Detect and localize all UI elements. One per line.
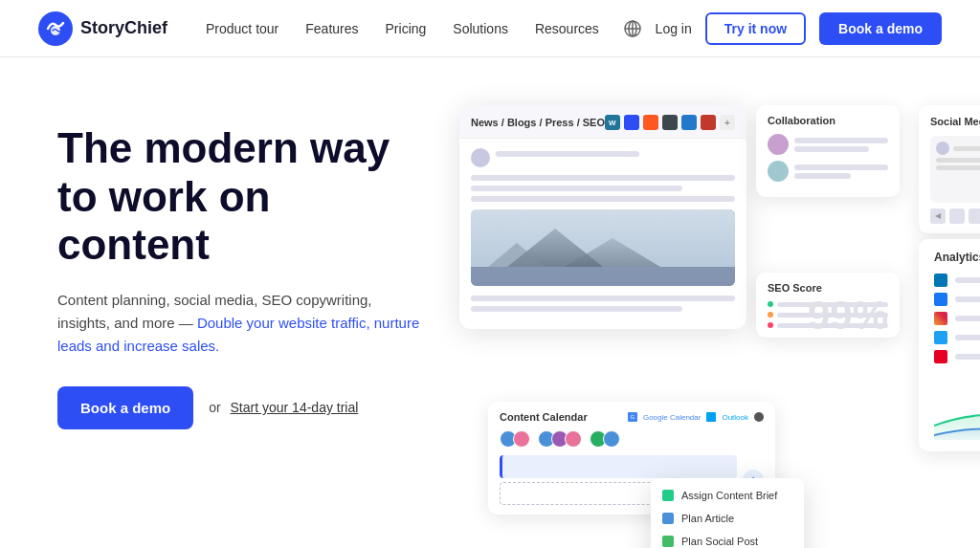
nav-product-tour[interactable]: Product tour xyxy=(206,21,278,36)
bar-13 xyxy=(955,335,980,340)
apple-icon xyxy=(754,412,764,422)
nav-resources[interactable]: Resources xyxy=(535,21,599,36)
hero-left: The modern way to work on content Conten… xyxy=(57,105,421,429)
hero-or: or xyxy=(209,400,220,415)
pinterest-analytics-icon xyxy=(934,350,947,363)
post-line-2 xyxy=(471,306,682,312)
collaboration-card: Collaboration xyxy=(756,105,900,197)
analytics-row-instagram xyxy=(934,312,980,325)
analytics-chart xyxy=(934,373,980,440)
seo-score: 99% xyxy=(808,296,888,336)
content-line-3 xyxy=(471,196,735,202)
editor-header: News / Blogs / Press / SEO W + xyxy=(459,105,746,139)
collab-lines-2 xyxy=(794,164,888,179)
add-platform-icon[interactable]: + xyxy=(720,115,735,130)
avatar-group-3 xyxy=(590,430,620,448)
gcal-label: Google Calendar xyxy=(643,413,701,422)
analytics-title: Analytics xyxy=(934,251,980,264)
cl-4 xyxy=(794,173,851,179)
globe-icon[interactable] xyxy=(623,19,642,38)
navbar: StoryChief Product tour Features Pricing… xyxy=(0,0,980,57)
cl-3 xyxy=(794,164,888,170)
content-lines xyxy=(471,175,735,202)
post-line-1 xyxy=(471,296,735,301)
outlook-icon xyxy=(706,412,716,422)
dd-item-brief[interactable]: Assign Content Brief xyxy=(651,484,804,507)
pinterest-bars xyxy=(955,354,980,360)
collab-avatar-2 xyxy=(768,161,789,182)
try-button[interactable]: Try it now xyxy=(705,12,806,45)
hero-actions: Book a demo or Start your 14-day trial xyxy=(57,386,421,429)
article-icon xyxy=(662,513,674,524)
author-avatar xyxy=(471,148,490,167)
dd-item-social[interactable]: Plan Social Post xyxy=(651,530,804,548)
seo-score-card: SEO Score 99% xyxy=(756,273,900,338)
brand-name: StoryChief xyxy=(80,18,167,38)
contentful-icon xyxy=(681,115,697,130)
control-2 xyxy=(949,208,965,224)
medium-icon xyxy=(624,115,639,130)
collab-lines-1 xyxy=(794,138,888,152)
author-row xyxy=(471,148,735,167)
outlook-label: Outlook xyxy=(722,413,748,422)
analytics-card: Analytics xyxy=(919,239,980,451)
facebook-bars xyxy=(955,296,980,302)
analytics-chart-svg xyxy=(934,373,980,440)
social-media-card: Social Media xyxy=(919,105,980,233)
cal-av-2 xyxy=(513,430,530,448)
login-button[interactable]: Log in xyxy=(656,21,692,36)
logo[interactable]: StoryChief xyxy=(38,11,167,46)
collab-title: Collaboration xyxy=(768,115,888,126)
cal-av-7 xyxy=(603,430,620,448)
bar-9 xyxy=(955,316,980,321)
cal-cell-1 xyxy=(500,455,737,478)
author-info xyxy=(496,151,735,157)
collab-item-1 xyxy=(768,134,888,155)
analytics-rows xyxy=(934,274,980,363)
ghost-icon xyxy=(662,115,678,130)
book-demo-nav-button[interactable]: Book a demo xyxy=(819,12,942,45)
svg-text:W: W xyxy=(609,119,616,127)
hubspot-icon xyxy=(643,115,658,130)
bar-5 xyxy=(955,296,980,302)
dd-item-article[interactable]: Plan Article xyxy=(651,507,804,530)
calendar-avatar-rows xyxy=(500,430,764,448)
linkedin-analytics-icon xyxy=(934,274,947,287)
hero-trial-link[interactable]: Start your 14-day trial xyxy=(231,400,359,415)
content-line-1 xyxy=(471,175,735,181)
analytics-row-linkedin xyxy=(934,274,980,287)
avatar-group-2 xyxy=(538,430,582,448)
social-post-icon xyxy=(662,536,674,547)
dd-label-brief: Assign Content Brief xyxy=(681,490,777,501)
social-post-preview xyxy=(930,136,980,203)
calendar-header: Content Calendar G Google Calendar Outlo… xyxy=(500,411,764,423)
nav-right: Log in Try it now Book a demo xyxy=(623,12,942,45)
control-1 xyxy=(930,208,946,224)
cal-av-5 xyxy=(565,430,582,448)
instagram-bars xyxy=(955,316,980,321)
nav-links: Product tour Features Pricing Solutions … xyxy=(206,21,623,36)
content-line-2 xyxy=(471,186,682,191)
calendar-title: Content Calendar xyxy=(500,411,588,423)
logo-icon xyxy=(38,11,73,46)
nav-pricing[interactable]: Pricing xyxy=(386,21,427,36)
hero-subtext: Content planning, social media, SEO copy… xyxy=(57,289,421,358)
social-controls xyxy=(930,208,980,224)
hero-heading: The modern way to work on content xyxy=(57,124,421,270)
author-name-line xyxy=(496,151,639,157)
svg-marker-12 xyxy=(935,213,941,219)
editor-card: News / Blogs / Press / SEO W + xyxy=(459,105,746,329)
wp-icon: W xyxy=(605,115,620,130)
instagram-analytics-icon xyxy=(934,312,947,325)
twitter-analytics-icon xyxy=(934,331,947,344)
cl-1 xyxy=(794,138,888,143)
extra-icon xyxy=(701,115,716,130)
book-demo-hero-button[interactable]: Book a demo xyxy=(57,386,193,429)
nav-features[interactable]: Features xyxy=(305,21,358,36)
calendar-integrations: G Google Calendar Outlook xyxy=(628,412,764,422)
brief-icon xyxy=(662,490,674,501)
facebook-analytics-icon xyxy=(934,293,947,306)
nav-solutions[interactable]: Solutions xyxy=(453,21,508,36)
dd-label-article: Plan Article xyxy=(681,513,734,524)
twitter-bars xyxy=(955,335,980,340)
